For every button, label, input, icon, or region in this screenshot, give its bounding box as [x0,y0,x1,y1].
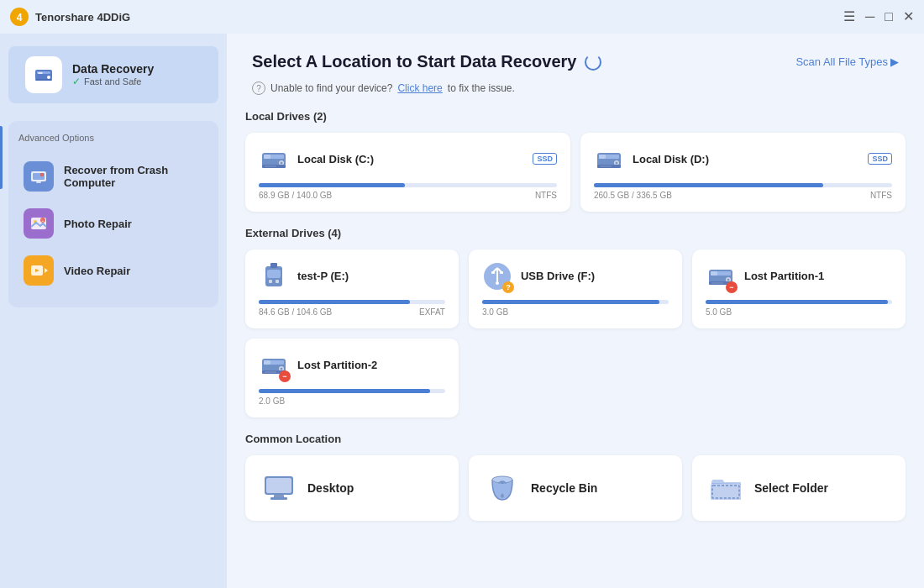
drive-d-badge: SSD [868,153,892,165]
drive-c-size-row: 68.9 GB / 140.0 GB NTFS [259,191,557,200]
svg-rect-9 [36,181,41,183]
video-repair-icon [24,255,54,286]
svg-rect-35 [267,270,281,278]
drive-e-size-row: 84.6 GB / 104.6 GB EXFAT [259,307,445,317]
drive-lp1-name-row: Lost Partition-1 [744,270,892,282]
drive-lp1-progress-bg [706,300,892,304]
svg-rect-28 [599,155,606,159]
svg-rect-21 [264,155,270,159]
drive-card-f[interactable]: ? USB Drive (F:) 3.0 GB [469,249,682,328]
minimize-button[interactable]: ─ [865,10,874,24]
drive-card-c[interactable]: Local Disk (C:) SSD 68.9 GB / 140.0 GB N… [245,133,570,212]
drive-f-warning-icon: ? [502,281,514,293]
drive-card-e[interactable]: test-P (E:) 84.6 GB / 104.6 GB EXFAT [245,249,459,328]
svg-point-56 [281,368,283,370]
sidebar-item-photo-repair[interactable]: + Photo Repair [18,202,208,245]
app-logo-icon: 4 [10,8,29,26]
svg-rect-43 [500,271,503,274]
svg-point-23 [281,162,283,165]
drive-f-size: 3.0 GB [482,307,508,317]
drive-lp2-size: 2.0 GB [259,396,285,406]
drive-e-name-row: test-P (E:) [297,270,445,282]
drive-e-fs: EXFAT [419,307,445,317]
drive-c-progress-fill [259,183,405,187]
video-repair-label: Video Repair [64,265,130,277]
recycle-bin-label: Recycle Bin [531,481,597,495]
drive-d-progress-bg [594,183,892,187]
common-card-desktop[interactable]: Desktop [245,455,459,521]
drive-lp2-name: Lost Partition-2 [297,359,377,371]
content-area: Select A Location to Start Data Recovery… [227,34,924,588]
menu-button[interactable]: ☰ [843,10,855,24]
drive-f-info: USB Drive (F:) [521,270,669,284]
local-drives-section-title: Local Drives (2) [245,110,906,123]
svg-text:4: 4 [17,12,23,24]
drive-card-lp1-inner: − Lost Partition-1 [706,261,892,291]
sidebar-item-recover-crash[interactable]: ! Recover from Crash Computer [18,155,208,198]
drive-f-name-row: USB Drive (F:) [521,270,669,282]
external-drives-grid: test-P (E:) 84.6 GB / 104.6 GB EXFAT [245,249,906,417]
main-layout: Data Recovery ✓ Fast and Safe Advanced O… [0,34,924,588]
drive-card-d-inner: Local Disk (D:) SSD [594,144,892,175]
drive-card-lp2-inner: − Lost Partition-2 [259,350,445,381]
sidebar-item-video-repair[interactable]: Video Repair [18,249,208,292]
common-card-select-folder[interactable]: Select Folder [692,455,906,521]
drive-e-info: test-P (E:) [297,270,445,284]
svg-rect-65 [711,484,741,500]
titlebar: 4 Tenorshare 4DDiG ☰ ─ □ ✕ [0,0,924,34]
svg-point-4 [47,76,50,79]
drive-c-size: 68.9 GB / 140.0 GB [259,191,332,200]
drive-f-progress-fill [482,300,659,304]
svg-point-30 [616,162,618,165]
drive-e-name: test-P (E:) [297,270,349,282]
svg-rect-32 [600,166,612,167]
svg-rect-62 [270,497,287,500]
svg-marker-17 [45,268,48,273]
drive-c-icon [259,144,289,175]
drive-lp2-name-row: Lost Partition-2 [297,359,445,371]
svg-point-49 [727,279,729,281]
drive-lp1-warning-icon: − [726,281,738,293]
desktop-label: Desktop [307,481,354,495]
select-folder-label: Select Folder [754,481,828,495]
sidebar-main-text: Data Recovery ✓ Fast and Safe [72,62,154,87]
svg-rect-42 [491,271,495,274]
svg-rect-54 [264,360,270,365]
drive-e-progress-bg [259,300,445,304]
drive-card-d[interactable]: Local Disk (D:) SSD 260.5 GB / 336.5 GB … [580,133,906,212]
maximize-button[interactable]: □ [885,10,893,24]
drive-f-icon: ? [482,261,512,291]
drive-lp1-size: 5.0 GB [706,307,732,317]
svg-rect-58 [265,372,276,373]
drive-lp1-progress-fill [706,300,889,304]
photo-repair-label: Photo Repair [64,218,132,230]
content-body: Local Drives (2) [227,103,924,588]
svg-rect-37 [276,280,279,283]
drive-lp2-icon: − [259,350,289,381]
content-header: Select A Location to Start Data Recovery… [227,34,924,80]
common-card-recycle-bin[interactable]: Recycle Bin [469,455,682,521]
svg-point-44 [496,281,499,285]
fix-issue-link[interactable]: Click here [397,82,442,94]
drive-card-lp2[interactable]: − Lost Partition-2 2.0 GB [245,339,459,417]
drive-c-fs: NTFS [535,191,557,200]
drive-card-lp1[interactable]: − Lost Partition-1 5.0 GB [692,249,906,328]
advanced-options-title: Advanced Options [18,133,208,143]
sidebar-item-data-recovery[interactable]: Data Recovery ✓ Fast and Safe [8,46,218,103]
desktop-icon [260,470,297,507]
close-button[interactable]: ✕ [903,10,914,24]
drive-c-info: Local Disk (C:) SSD [297,153,557,167]
sidebar-data-recovery-title: Data Recovery [72,62,154,76]
drive-e-progress-fill [259,300,410,304]
recycle-bin-icon [484,470,521,507]
drive-c-name-row: Local Disk (C:) SSD [297,153,557,165]
scan-all-link[interactable]: Scan All File Types ▶ [795,55,899,68]
svg-rect-34 [270,263,277,268]
drive-d-name: Local Disk (D:) [633,153,709,165]
check-icon: ✓ [72,76,81,87]
drive-d-icon [594,144,624,175]
drive-c-progress-bg [259,183,557,187]
refresh-icon[interactable] [585,54,601,71]
drive-f-name: USB Drive (F:) [521,270,595,282]
titlebar-left: 4 Tenorshare 4DDiG [10,8,130,26]
